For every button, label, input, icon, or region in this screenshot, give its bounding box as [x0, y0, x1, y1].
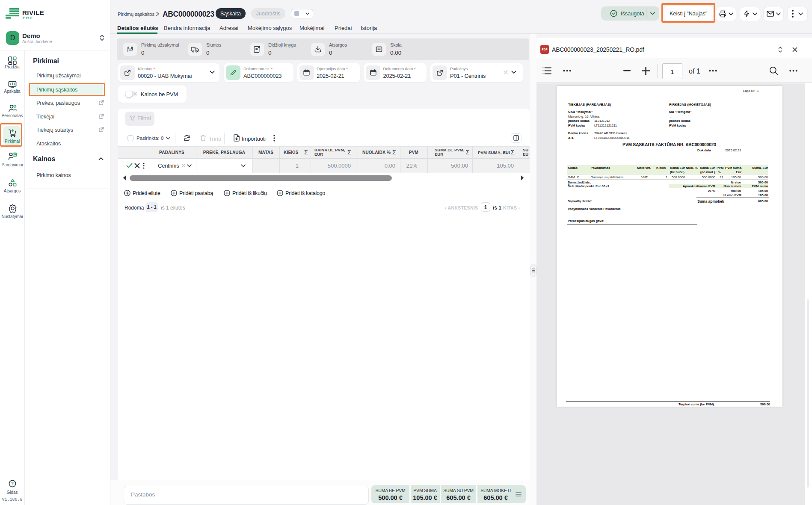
- svg-text:?: ?: [11, 481, 14, 486]
